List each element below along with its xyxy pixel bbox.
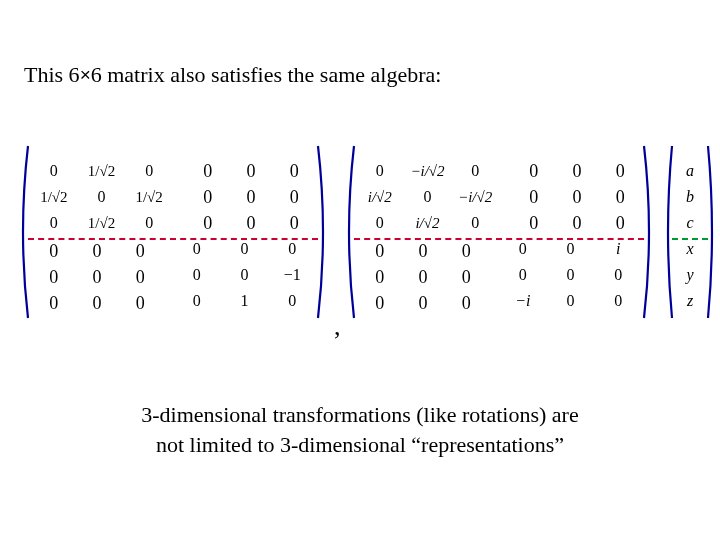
- m1-11: 0: [97, 188, 105, 206]
- z: 0: [529, 213, 538, 234]
- footer-line-1: 3-dimensional transformations (like rota…: [0, 400, 720, 430]
- z: 0: [418, 267, 427, 288]
- m2-22: 0: [471, 214, 479, 232]
- m2-44: 0: [566, 266, 574, 284]
- m2-21: i/√2: [415, 215, 439, 232]
- rparen-icon: [706, 144, 718, 320]
- z: 0: [49, 241, 58, 262]
- m2-20: 0: [376, 214, 384, 232]
- z: 0: [375, 293, 384, 314]
- page-title: This 6×6 matrix also satisfies the same …: [24, 62, 441, 88]
- z: 0: [49, 293, 58, 314]
- z: 0: [136, 241, 145, 262]
- m1-20: 0: [50, 214, 58, 232]
- m2-54: 0: [566, 292, 574, 310]
- lparen-icon: [16, 144, 30, 320]
- m2-33: 0: [519, 240, 527, 258]
- z: 0: [529, 161, 538, 182]
- m2-12: −i/√2: [458, 189, 492, 206]
- z: 0: [529, 187, 538, 208]
- z: 0: [246, 161, 255, 182]
- z: 0: [246, 213, 255, 234]
- matrix-1-zeros-upper-right: 000 000 000: [186, 158, 316, 236]
- z: 0: [462, 267, 471, 288]
- z: 0: [246, 187, 255, 208]
- m1-12: 1/√2: [135, 189, 162, 206]
- m1-55: 0: [288, 292, 296, 310]
- times-symbol: ×: [80, 64, 91, 85]
- m2-43: 0: [519, 266, 527, 284]
- vec-c: c: [686, 214, 693, 232]
- m1-02: 0: [145, 162, 153, 180]
- m1-10: 1/√2: [40, 189, 67, 206]
- z: 0: [418, 293, 427, 314]
- m1-53: 0: [193, 292, 201, 310]
- m1-45: −1: [284, 266, 301, 284]
- m1-54: 1: [240, 292, 248, 310]
- z: 0: [462, 293, 471, 314]
- z: 0: [616, 161, 625, 182]
- lparen-icon: [662, 144, 674, 320]
- m2-55: 0: [614, 292, 622, 310]
- m2-01: −i/√2: [410, 163, 444, 180]
- vector-grid: a b c x y z: [674, 158, 706, 314]
- m2-00: 0: [376, 162, 384, 180]
- separator-comma: ,: [334, 312, 341, 342]
- m1-00: 0: [50, 162, 58, 180]
- rparen-icon: [642, 144, 656, 320]
- rparen-icon: [316, 144, 330, 320]
- z: 0: [203, 213, 212, 234]
- z: 0: [616, 187, 625, 208]
- title-post: 6 matrix also satisfies the same algebra…: [91, 62, 442, 87]
- z: 0: [92, 267, 101, 288]
- z: 0: [203, 187, 212, 208]
- m1-33: 0: [193, 240, 201, 258]
- m2-02: 0: [471, 162, 479, 180]
- m2-53: −i: [515, 292, 530, 310]
- m1-43: 0: [193, 266, 201, 284]
- z: 0: [418, 241, 427, 262]
- matrix-1-zeros-lower-left: 000 000 000: [32, 238, 162, 316]
- z: 0: [375, 267, 384, 288]
- z: 0: [572, 213, 581, 234]
- z: 0: [92, 241, 101, 262]
- lparen-icon: [342, 144, 356, 320]
- footer-line-2: not limited to 3-dimensional “representa…: [0, 430, 720, 460]
- m1-35: 0: [288, 240, 296, 258]
- z: 0: [49, 267, 58, 288]
- z: 0: [290, 213, 299, 234]
- z: 0: [136, 267, 145, 288]
- equation-stage: 0 1/√2 0 1/√2 0 1/√2 0 1/√2 0 0 0 0 0 0 …: [18, 150, 702, 330]
- vec-b: b: [686, 188, 694, 206]
- z: 0: [375, 241, 384, 262]
- footer-note: 3-dimensional transformations (like rota…: [0, 400, 720, 459]
- m2-10: i/√2: [368, 189, 392, 206]
- m1-34: 0: [240, 240, 248, 258]
- m1-21: 1/√2: [88, 215, 115, 232]
- m1-44: 0: [240, 266, 248, 284]
- z: 0: [92, 293, 101, 314]
- m2-45: 0: [614, 266, 622, 284]
- m2-35: i: [616, 240, 620, 258]
- m1-22: 0: [145, 214, 153, 232]
- matrix-2-zeros-lower-left: 000 000 000: [358, 238, 488, 316]
- vec-z: z: [687, 292, 693, 310]
- z: 0: [616, 213, 625, 234]
- z: 0: [290, 187, 299, 208]
- matrix-2-zeros-upper-right: 000 000 000: [512, 158, 642, 236]
- title-pre: This 6: [24, 62, 80, 87]
- m2-11: 0: [423, 188, 431, 206]
- m2-34: 0: [566, 240, 574, 258]
- z: 0: [290, 161, 299, 182]
- z: 0: [203, 161, 212, 182]
- vec-x: x: [686, 240, 693, 258]
- z: 0: [462, 241, 471, 262]
- z: 0: [136, 293, 145, 314]
- z: 0: [572, 187, 581, 208]
- m1-01: 1/√2: [88, 163, 115, 180]
- vec-a: a: [686, 162, 694, 180]
- vec-y: y: [686, 266, 693, 284]
- z: 0: [572, 161, 581, 182]
